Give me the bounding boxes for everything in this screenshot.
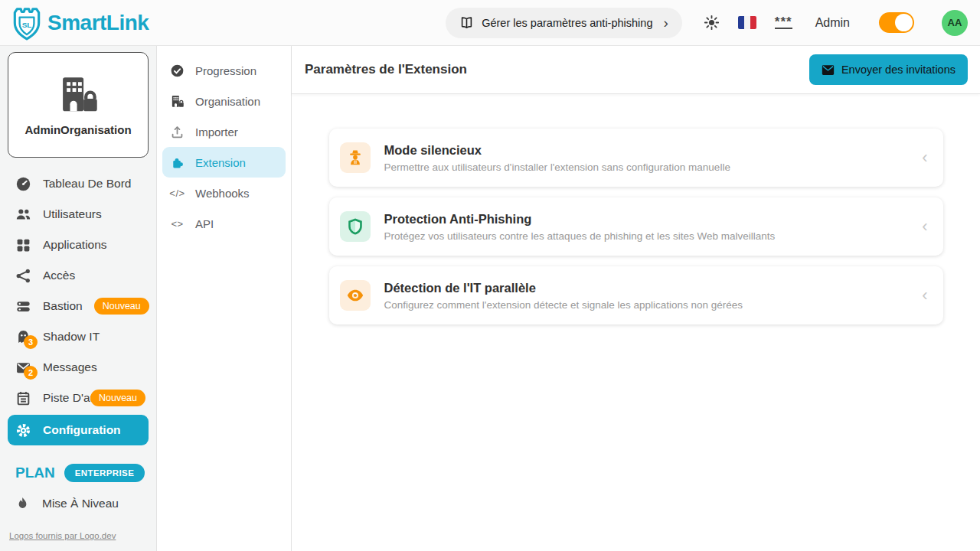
code-slash-icon: </> — [170, 186, 185, 201]
settings-subnav: Progression Organisation — [157, 46, 292, 551]
upload-icon — [170, 125, 185, 139]
primary-sidebar: AdminOrganisation Tableau De Bord Utilis… — [0, 46, 157, 551]
nouveau-badge: Nouveau — [90, 390, 145, 406]
plan-enterprise-badge[interactable]: ENTERPRISE — [64, 464, 145, 482]
nouveau-badge: Nouveau — [94, 298, 149, 315]
extension-settings-list: Mode silencieux Permettre aux utilisateu… — [329, 129, 943, 335]
organisation-card[interactable]: AdminOrganisation — [8, 52, 149, 158]
card-description: Permettre aux utilisateurs d'installer l… — [384, 161, 730, 173]
sidebar-item-dashboard[interactable]: Tableau De Bord — [8, 168, 149, 199]
sidebar-item-shadow-it[interactable]: 3 Shadow IT — [8, 321, 149, 352]
anti-phishing-settings-button[interactable]: Gérer les paramètres anti-phishing › — [446, 8, 682, 38]
brand-name: SmartLink — [47, 11, 149, 35]
sidebar-item-messages[interactable]: 2 Messages — [8, 352, 149, 383]
page-title: Paramètres de l'Extension — [305, 62, 467, 77]
card-description: Protégez vos utilisateurs contre les att… — [384, 230, 776, 242]
building-lock-icon — [56, 74, 100, 116]
chevron-right-icon: › — [663, 15, 668, 30]
top-header: SL SmartLink Gérer les paramètres anti-p… — [0, 0, 980, 46]
page-header: Paramètres de l'Extension Envoyer des in… — [292, 46, 980, 94]
chevron-icon: ‹ — [922, 149, 927, 166]
card-title: Détection de l'IT parallèle — [384, 281, 743, 295]
subnav-item-organisation[interactable]: Organisation — [162, 86, 286, 116]
brand-logo[interactable]: SL SmartLink — [11, 5, 149, 41]
main-content: Paramètres de l'Extension Envoyer des in… — [292, 46, 980, 551]
sidebar-item-users[interactable]: Utilisateurs — [8, 199, 149, 230]
admin-label: Admin — [815, 16, 850, 30]
sidebar-item-bastion[interactable]: Bastion Nouveau — [8, 291, 149, 321]
messages-count-badge: 2 — [24, 366, 38, 380]
card-title: Protection Anti-Phishing — [384, 212, 776, 227]
light-theme-sun-icon[interactable] — [704, 15, 720, 31]
admin-mode-toggle[interactable] — [879, 12, 914, 33]
logo-credit-link[interactable]: Logos fournis par Logo.dev — [9, 531, 149, 540]
card-shadow-it-detection[interactable]: Détection de l'IT parallèle Configurez c… — [329, 266, 943, 324]
flame-icon — [15, 496, 30, 510]
incognito-icon — [340, 142, 371, 173]
sidebar-item-label: Configuration — [43, 423, 121, 437]
sidebar-item-audit-trail[interactable]: Piste D'audit Nouveau — [8, 383, 149, 413]
sidebar-item-access[interactable]: Accès — [8, 260, 149, 291]
envelope-icon — [822, 64, 835, 76]
check-circle-icon — [170, 64, 185, 78]
ghost-icon: 3 — [15, 329, 31, 345]
subnav-item-label: Progression — [195, 64, 256, 77]
plan-label: PLAN — [15, 465, 55, 481]
card-silent-mode[interactable]: Mode silencieux Permettre aux utilisateu… — [329, 129, 943, 187]
send-invitations-label: Envoyer des invitations — [841, 64, 956, 76]
subnav-item-label: API — [195, 217, 214, 230]
chevron-icon: ‹ — [922, 218, 927, 235]
card-title: Mode silencieux — [384, 143, 730, 158]
sidebar-item-label: Tableau De Bord — [43, 177, 131, 191]
sidebar-item-label: Applications — [43, 238, 107, 252]
mail-icon: 2 — [15, 360, 31, 376]
main-nav: Tableau De Bord Utilisateurs Application… — [8, 168, 149, 445]
sidebar-item-label: Utilisateurs — [43, 207, 102, 221]
subnav-item-extension[interactable]: Extension — [162, 147, 286, 178]
server-icon — [15, 298, 31, 315]
subnav-item-label: Webhooks — [195, 187, 250, 200]
card-description: Configurez comment l'extension détecte e… — [384, 299, 743, 311]
subnav-item-webhooks[interactable]: </> Webhooks — [162, 178, 286, 208]
share-icon — [15, 268, 31, 284]
upgrade-label: Mise À Niveau — [42, 497, 119, 510]
subnav-item-importer[interactable]: Importer — [162, 116, 286, 147]
subnav-item-label: Importer — [195, 126, 238, 139]
building-lock-icon — [170, 94, 185, 109]
code-brackets-icon: <> — [170, 217, 185, 231]
upgrade-button[interactable]: Mise À Niveau — [15, 496, 149, 510]
subnav-item-progression[interactable]: Progression — [162, 55, 286, 86]
card-anti-phishing[interactable]: Protection Anti-Phishing Protégez vos ut… — [329, 197, 943, 256]
cta-label: Gérer les paramètres anti-phishing — [482, 17, 652, 29]
sidebar-item-label: Accès — [43, 269, 75, 282]
subnav-item-label: Organisation — [195, 95, 260, 108]
grid-icon — [15, 237, 31, 253]
shield-icon — [340, 211, 371, 242]
french-flag-language-icon[interactable] — [738, 16, 756, 29]
shadow-it-count-badge: 3 — [24, 335, 38, 349]
puzzle-icon — [170, 155, 185, 170]
sidebar-item-label: Shadow IT — [43, 330, 100, 344]
shield-castle-logo-icon: SL — [11, 5, 43, 41]
calendar-icon — [15, 390, 31, 406]
toggle-knob — [895, 14, 913, 31]
subnav-item-api[interactable]: <> API — [162, 208, 286, 239]
sidebar-item-label: Messages — [43, 360, 97, 374]
gauge-icon — [15, 176, 31, 192]
eye-icon — [340, 280, 371, 311]
sidebar-item-configuration[interactable]: Configuration — [8, 415, 149, 445]
svg-text:SL: SL — [22, 20, 32, 28]
send-invitations-button[interactable]: Envoyer des invitations — [809, 54, 968, 85]
users-icon — [15, 207, 31, 223]
book-icon — [459, 16, 474, 29]
masked-dots-icon[interactable]: *** — [775, 17, 792, 29]
gear-icon — [15, 422, 31, 439]
organisation-name: AdminOrganisation — [24, 123, 131, 136]
avatar[interactable]: AA — [942, 10, 968, 36]
chevron-icon: ‹ — [922, 287, 927, 304]
sidebar-item-applications[interactable]: Applications — [8, 230, 149, 260]
subnav-item-label: Extension — [195, 156, 246, 169]
sidebar-item-label: Bastion — [43, 299, 83, 313]
